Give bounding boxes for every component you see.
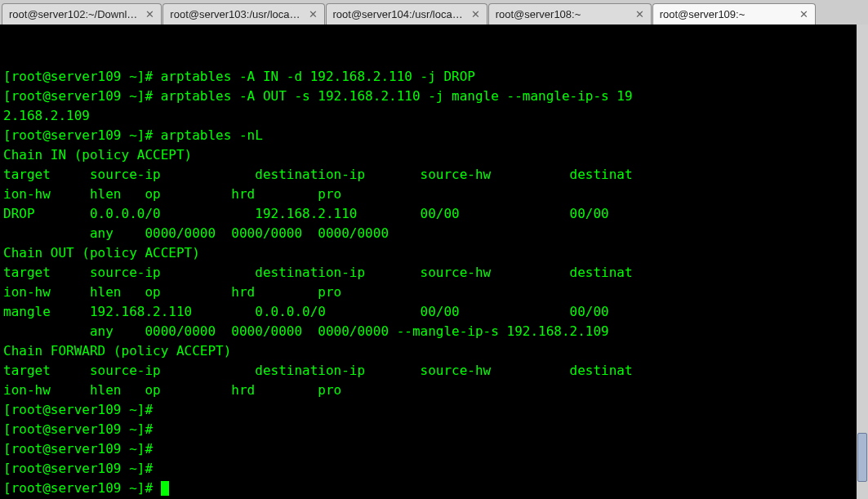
terminal-line: DROP 0.0.0.0/0 192.168.2.110 00/00 00/00 <box>3 204 865 224</box>
close-icon[interactable]: ✕ <box>471 8 480 20</box>
terminal-line: target source-ip destination-ip source-h… <box>3 361 865 381</box>
tab-bar: root@server102:~/Downl… ✕ root@server103… <box>0 0 868 25</box>
terminal-line: ion-hw hlen op hrd pro <box>3 381 865 400</box>
close-icon[interactable]: ✕ <box>799 8 808 20</box>
terminal-line: any 0000/0000 0000/0000 0000/0000 <box>3 224 865 243</box>
close-icon[interactable]: ✕ <box>635 8 644 20</box>
terminal-line: [root@server109 ~]# <box>3 459 865 479</box>
terminal-line: Chain FORWARD (policy ACCEPT) <box>3 341 865 361</box>
cursor <box>161 481 169 496</box>
terminal-line: any 0000/0000 0000/0000 0000/0000 --mang… <box>3 322 865 341</box>
tab-label: root@server108:~ <box>496 8 581 20</box>
terminal-line: ion-hw hlen op hrd pro <box>3 283 865 302</box>
terminal-line: [root@server109 ~]# arptables -A IN -d 1… <box>3 67 865 87</box>
terminal-line: [root@server109 ~]# <box>3 479 865 498</box>
scroll-thumb[interactable] <box>857 433 867 482</box>
scrollbar[interactable] <box>857 25 868 499</box>
tab-server104[interactable]: root@server104:/usr/loca… ✕ <box>326 3 487 25</box>
terminal-line: Chain OUT (policy ACCEPT) <box>3 243 865 263</box>
terminal-line: [root@server109 ~]# arptables -nL <box>3 126 865 145</box>
terminal-line: 2.168.2.109 <box>3 106 865 126</box>
terminal-output[interactable]: [root@server109 ~]# arptables -A IN -d 1… <box>0 25 868 499</box>
terminal-line: [root@server109 ~]# arptables -A OUT -s … <box>3 87 865 106</box>
terminal-line: [root@server109 ~]# <box>3 420 865 439</box>
tab-server102[interactable]: root@server102:~/Downl… ✕ <box>2 3 162 25</box>
tab-label: root@server102:~/Downl… <box>9 8 137 20</box>
terminal-line: target source-ip destination-ip source-h… <box>3 165 865 185</box>
terminal-line: target source-ip destination-ip source-h… <box>3 263 865 283</box>
tab-server108[interactable]: root@server108:~ ✕ <box>488 3 652 25</box>
terminal-line: [root@server109 ~]# <box>3 400 865 420</box>
tab-label: root@server104:/usr/loca… <box>333 8 463 20</box>
tab-server109[interactable]: root@server109:~ ✕ <box>652 3 816 25</box>
tab-label: root@server103:/usr/loca… <box>170 8 300 20</box>
terminal-line: Chain IN (policy ACCEPT) <box>3 145 865 165</box>
close-icon[interactable]: ✕ <box>309 8 318 20</box>
terminal-line: [root@server109 ~]# <box>3 439 865 459</box>
close-icon[interactable]: ✕ <box>145 8 154 20</box>
tab-server103[interactable]: root@server103:/usr/loca… ✕ <box>162 3 324 25</box>
terminal-line: mangle 192.168.2.110 0.0.0.0/0 00/00 00/… <box>3 302 865 322</box>
terminal-line: ion-hw hlen op hrd pro <box>3 185 865 204</box>
tab-label: root@server109:~ <box>660 8 746 20</box>
